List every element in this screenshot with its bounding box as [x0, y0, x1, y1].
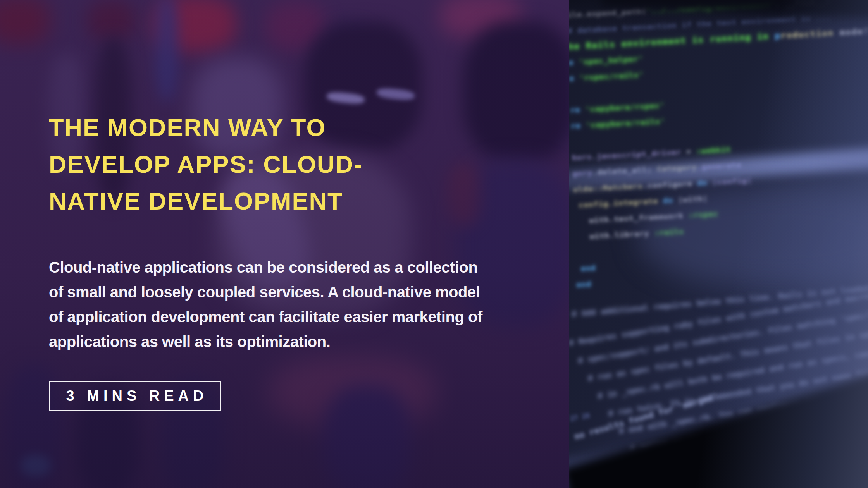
- description-line: applications as well as its optimization…: [49, 329, 482, 354]
- screen-reflection: [639, 186, 868, 287]
- hero-content: THE MODERN WAY TO DEVELOP APPS: CLOUD- N…: [49, 0, 525, 488]
- hero-banner: THE MODERN WAY TO DEVELOP APPS: CLOUD- N…: [0, 0, 868, 488]
- description-line: of application development can facilitat…: [49, 304, 482, 329]
- description-line: Cloud-native applications can be conside…: [49, 255, 482, 280]
- page-title: THE MODERN WAY TO DEVELOP APPS: CLOUD- N…: [49, 109, 363, 220]
- title-line: DEVELOP APPS: CLOUD-: [49, 146, 363, 183]
- title-line: THE MODERN WAY TO: [49, 109, 363, 146]
- line-numbers: 27 28: [569, 406, 591, 428]
- description-line: of small and loosely coupled services. A…: [49, 280, 482, 304]
- title-line: NATIVE DEVELOPMENT: [49, 183, 363, 220]
- code-photo-section: ile.expand_path('../../config/environmen…: [569, 0, 868, 488]
- hero-description: Cloud-native applications can be conside…: [49, 255, 482, 354]
- left-photo-section: THE MODERN WAY TO DEVELOP APPS: CLOUD- N…: [0, 0, 569, 488]
- read-time-button[interactable]: 3 MINS READ: [49, 381, 221, 411]
